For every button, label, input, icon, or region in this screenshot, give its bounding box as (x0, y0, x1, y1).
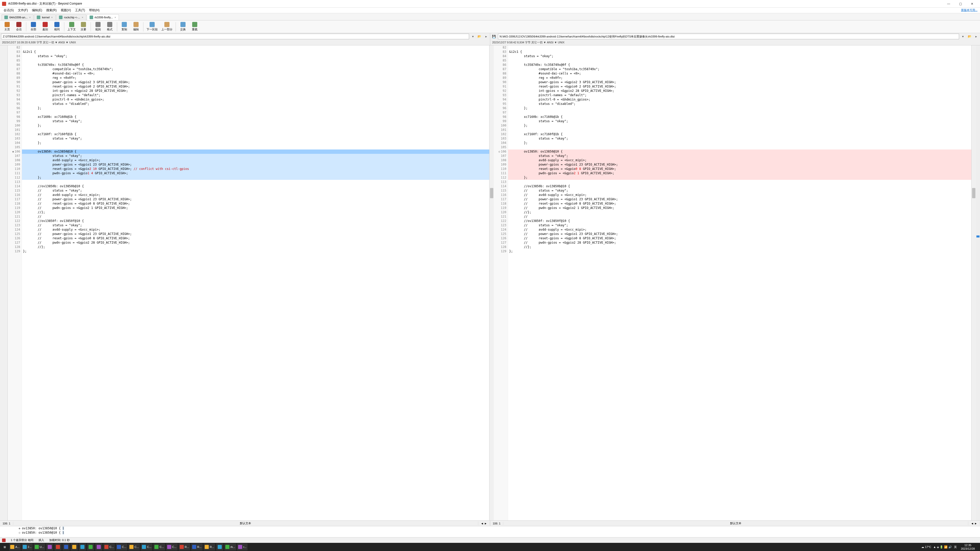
code-line[interactable]: status = "okay"; (508, 119, 971, 124)
code-line[interactable]: //}; (22, 210, 489, 214)
code-line[interactable]: //ov13850f: ov13850f@10 { (22, 219, 489, 223)
right-explorer-button[interactable]: ▸ (974, 34, 979, 39)
right-save-button[interactable]: 💾 (491, 34, 497, 39)
code-line[interactable]: reset-gpios = <&gpio0 2 GPIO_ACTIVE_HIGH… (22, 84, 489, 89)
code-line[interactable]: status = "okay"; (22, 54, 489, 59)
code-line[interactable] (22, 59, 489, 63)
clock[interactable]: 12:35 2023/12/28 (959, 543, 977, 551)
code-line[interactable]: // avdd-supply = <&vcc_mipi>; (22, 193, 489, 197)
code-line[interactable]: reset-gpios = <&gpio0 8 GPIO_ACTIVE_HIGH… (508, 167, 971, 171)
menu-item[interactable]: 视图(V) (59, 8, 73, 13)
toolbar-button[interactable]: 全部 (28, 21, 39, 32)
code-line[interactable]: power-gpios = <&gpio1 23 GPIO_ACTIVE_HIG… (22, 162, 489, 167)
toolbar-button[interactable]: 相同 (51, 21, 62, 32)
new-version-link[interactable]: 新版本可用... (961, 8, 977, 12)
code-line[interactable]: // pwdn-gpios = <&gpio2 1 GPIO_ACTIVE_HI… (508, 206, 971, 210)
code-line[interactable]: // pwdn-gpios = <&gpio2 1 GPIO_ACTIVE_HI… (22, 206, 489, 210)
code-line[interactable]: reg = <0x0f>; (508, 76, 971, 80)
code-line[interactable]: //}; (22, 245, 489, 249)
code-line[interactable] (508, 145, 971, 149)
taskbar-app[interactable] (87, 543, 94, 551)
code-line[interactable]: status = "okay"; (508, 154, 971, 158)
code-line[interactable]: pinctrl-0 = <&hdmiin_gpios>; (508, 97, 971, 102)
code-line[interactable]: // reset-gpios = <&gpio0 8 GPIO_ACTIVE_H… (508, 236, 971, 241)
code-line[interactable]: }; (508, 141, 971, 145)
tab-close-icon[interactable]: × (29, 16, 30, 19)
code-line[interactable]: status = "okay"; (22, 119, 489, 124)
code-line[interactable]: }; (22, 106, 489, 110)
code-line[interactable]: // power-gpios = <&gpio1 23 GPIO_ACTIVE_… (508, 197, 971, 202)
left-scrollbar[interactable] (489, 45, 494, 520)
code-line[interactable]: }; (508, 176, 971, 180)
left-nav[interactable]: ◄ ► (478, 522, 490, 525)
code-line[interactable] (508, 110, 971, 115)
code-line[interactable]: ov13850: ov13850@10 { (22, 149, 489, 154)
taskbar-app[interactable] (216, 543, 223, 551)
code-line[interactable]: status = "disabled"; (22, 102, 489, 106)
toolbar-button[interactable]: 主页 (2, 21, 13, 32)
menu-item[interactable]: 帮助(H) (88, 8, 101, 13)
right-open-button[interactable]: 📂 (967, 34, 972, 39)
code-line[interactable]: // avdd-supply = <&vcc_mipi>; (508, 227, 971, 232)
toolbar-button[interactable]: 上一部分 (160, 21, 174, 32)
menu-item[interactable]: 会话(S) (2, 8, 15, 13)
code-line[interactable]: // reset-gpios = <&gpio0 8 GPIO_ACTIVE_H… (22, 202, 489, 206)
code-line[interactable] (508, 45, 971, 50)
taskbar-app[interactable] (54, 543, 62, 551)
code-line[interactable]: }; (22, 141, 489, 145)
code-line[interactable]: xc7160b: xc7160b@1b { (22, 115, 489, 119)
toolbar-button[interactable]: 会话 (13, 21, 24, 32)
left-path-dropdown[interactable]: ▾ (470, 34, 476, 39)
code-line[interactable]: // power-gpios = <&gpio1 23 GPIO_ACTIVE_… (22, 197, 489, 202)
session-tab[interactable]: rk3399-firefly...× (87, 14, 119, 20)
code-line[interactable]: // (508, 214, 971, 219)
left-pane[interactable]: 8283848586878889909192939495969798991001… (8, 45, 494, 520)
taskbar-app[interactable]: C... (153, 543, 165, 551)
code-line[interactable]: reg = <0x0f>; (22, 76, 489, 80)
toolbar-button[interactable]: 差别 (40, 21, 51, 32)
taskbar-app[interactable] (46, 543, 53, 551)
code-line[interactable]: //ov13850f: ov13850f@10 { (508, 219, 971, 223)
tray-icons[interactable]: ▲ ⬙ 🔋 📶 🔊 (933, 545, 952, 549)
code-line[interactable]: // pwdn-gpios = <&gpio2 28 GPIO_ACTIVE_H… (22, 241, 489, 245)
left-path-input[interactable] (1, 34, 469, 39)
taskbar-app[interactable]: C... (103, 543, 115, 551)
code-line[interactable]: reset-gpios = <&gpio2 10 GPIO_ACTIVE_HIG… (22, 167, 489, 171)
code-line[interactable] (508, 180, 971, 184)
code-line[interactable]: #sound-dai-cells = <0>; (22, 71, 489, 76)
code-line[interactable]: // (22, 214, 489, 219)
toolbar-button[interactable]: 复制 (119, 21, 130, 32)
diff-map[interactable] (976, 45, 980, 520)
code-line[interactable] (22, 110, 489, 115)
code-line[interactable]: tc358749x: tc358749x@0f { (22, 63, 489, 67)
code-line[interactable]: ov13850: ov13850@10 { (508, 149, 971, 154)
code-line[interactable]: pinctrl-names = "default"; (508, 93, 971, 97)
code-line[interactable]: }; (508, 249, 971, 254)
code-line[interactable]: compatible = "toshiba,tc358749x"; (508, 67, 971, 71)
code-line[interactable]: avdd-supply = <&vcc_mipi>; (508, 158, 971, 162)
menu-item[interactable]: 搜索(R) (45, 8, 58, 13)
code-line[interactable]: }; (22, 249, 489, 254)
code-line[interactable]: power-gpios = <&gpio2 3 GPIO_ACTIVE_HIGH… (508, 80, 971, 84)
toolbar-button[interactable]: 下一区段 (145, 21, 159, 32)
toolbar-button[interactable]: 交换 (177, 21, 189, 32)
code-line[interactable]: &i2c1 { (22, 50, 489, 54)
right-path-dropdown[interactable]: ▾ (960, 34, 966, 39)
code-line[interactable]: reset-gpios = <&gpio0 2 GPIO_ACTIVE_HIGH… (508, 84, 971, 89)
code-line[interactable]: // avdd-supply = <&vcc_mipi>; (22, 227, 489, 232)
taskbar-app[interactable]: 2... (22, 543, 33, 551)
session-tab[interactable]: rockchip <-...× (56, 14, 86, 20)
right-pane[interactable]: 8283848586878889909192939495969798991001… (494, 45, 980, 520)
session-tab[interactable]: kernel× (34, 14, 56, 20)
taskbar-app[interactable] (71, 543, 78, 551)
tab-close-icon[interactable]: × (115, 16, 116, 19)
taskbar-app[interactable]: C... (116, 543, 127, 551)
toolbar-button[interactable]: 次要 (78, 21, 89, 32)
code-line[interactable]: power-gpios = <&gpio1 23 GPIO_ACTIVE_HIG… (508, 162, 971, 167)
maximize-button[interactable]: ▢ (955, 0, 966, 8)
code-line[interactable]: // power-gpios = <&gpio1 23 GPIO_ACTIVE_… (508, 232, 971, 236)
code-line[interactable]: pwdn-gpios = <&gpio1 4 GPIO_ACTIVE_HIGH>… (22, 171, 489, 176)
code-line[interactable]: int-gpios = <&gpio2 28 GPIO_ACTIVE_HIGH>… (22, 89, 489, 93)
code-line[interactable]: // avdd-supply = <&vcc_mipi>; (508, 193, 971, 197)
taskbar-app[interactable] (79, 543, 86, 551)
